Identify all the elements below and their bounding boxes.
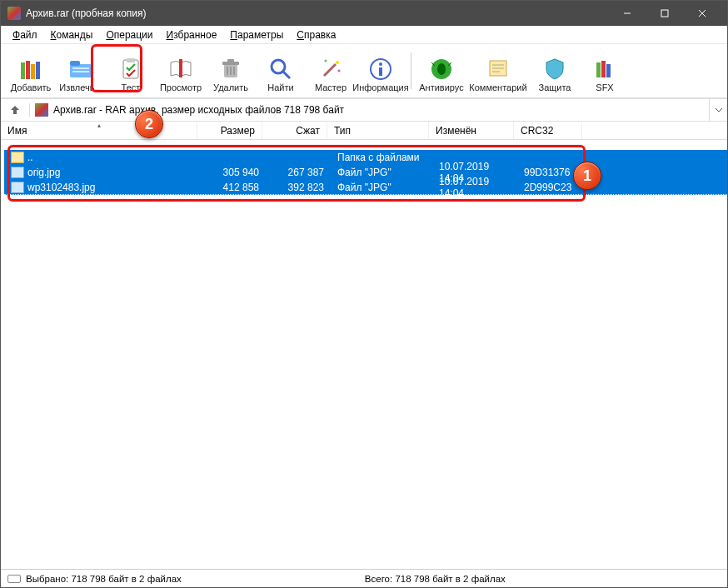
titlebar: Архив.rar (пробная копия) [1, 1, 727, 26]
search-icon [267, 56, 294, 82]
info-icon [367, 56, 394, 82]
test-button[interactable]: Тест [106, 47, 156, 94]
svg-line-23 [324, 64, 336, 76]
svg-point-26 [338, 70, 341, 72]
svg-rect-7 [36, 62, 40, 79]
sfx-books-icon [591, 56, 618, 82]
svg-rect-9 [70, 61, 80, 66]
clipboard-check-icon [117, 56, 144, 82]
col-size[interactable]: Размер [197, 122, 262, 139]
toolbar-separator [411, 52, 411, 89]
view-button[interactable]: Просмотр [156, 47, 206, 94]
svg-rect-11 [72, 71, 89, 72]
col-crc[interactable]: CRC32 [514, 122, 582, 139]
wand-icon [317, 56, 344, 82]
books-icon [17, 56, 44, 82]
app-icon [7, 7, 21, 20]
delete-button[interactable]: Удалить [206, 47, 256, 94]
trash-icon [217, 56, 244, 82]
menu-help[interactable]: Справка [290, 27, 342, 42]
svg-rect-14 [179, 59, 182, 77]
extract-button[interactable]: Извлечь... [56, 47, 106, 94]
menu-options[interactable]: Параметры [223, 27, 290, 42]
svg-point-21 [272, 60, 285, 73]
arrow-up-icon [9, 104, 21, 116]
protect-button[interactable]: Защита [530, 47, 580, 94]
svg-rect-13 [127, 58, 135, 62]
col-name[interactable]: Имя▴ [1, 122, 197, 139]
up-button[interactable] [1, 99, 29, 121]
menu-file[interactable]: Файл [6, 27, 44, 42]
antivirus-button[interactable]: Антивирус [416, 47, 466, 94]
table-row[interactable]: wp3102483.jpg 412 858 392 823 Файл "JPG"… [4, 180, 727, 195]
sfx-button[interactable]: SFX [580, 47, 630, 94]
status-right: Всего: 718 798 байт в 2 файлах [365, 574, 506, 584]
status-icon [7, 575, 21, 583]
svg-rect-17 [227, 59, 234, 62]
find-button[interactable]: Найти [256, 47, 306, 94]
svg-rect-40 [606, 64, 611, 77]
svg-rect-6 [31, 64, 35, 79]
minimize-button[interactable] [608, 1, 646, 26]
info-button[interactable]: Информация [356, 47, 406, 94]
window-title: Архив.rar (пробная копия) [26, 7, 608, 19]
status-left: Выбрано: 718 798 байт в 2 файлах [26, 574, 182, 584]
bug-icon [428, 56, 455, 82]
add-button[interactable]: Добавить [6, 47, 56, 94]
svg-point-28 [379, 62, 382, 66]
maximize-button[interactable] [646, 1, 683, 26]
archive-icon [35, 103, 48, 117]
svg-rect-10 [72, 67, 89, 69]
menu-operations[interactable]: Операции [99, 27, 159, 42]
annotation-badge-2: 2 [135, 110, 163, 138]
svg-rect-4 [21, 62, 25, 79]
table-row[interactable]: .. Папка с файлами [4, 150, 727, 165]
folder-open-icon [67, 56, 94, 82]
image-file-icon [11, 182, 24, 193]
svg-point-25 [325, 60, 327, 62]
image-file-icon [11, 167, 24, 178]
address-dropdown[interactable] [709, 99, 727, 121]
status-bar: Выбрано: 718 798 байт в 2 файлах Всего: … [1, 569, 727, 587]
address-bar[interactable]: Архив.rar - RAR архив, размер исходных ф… [29, 103, 709, 117]
annotation-badge-1: 1 [573, 162, 601, 190]
svg-rect-1 [661, 10, 668, 17]
table-row[interactable]: orig.jpg 305 940 267 387 Файл "JPG" 10.0… [4, 165, 727, 180]
svg-rect-38 [596, 62, 601, 77]
comment-button[interactable]: Комментарий [466, 47, 530, 94]
close-button[interactable] [683, 1, 721, 26]
svg-rect-39 [601, 61, 606, 77]
menu-commands[interactable]: Команды [44, 27, 100, 42]
svg-line-22 [283, 72, 290, 78]
menu-favorites[interactable]: Избранное [160, 27, 224, 42]
note-icon [485, 56, 511, 82]
chevron-down-icon [716, 107, 722, 113]
file-list[interactable]: .. Папка с файлами orig.jpg 305 940 267 … [1, 140, 727, 569]
toolbar: Добавить Извлечь... Тест Просмотр Удалит [1, 44, 727, 98]
menubar: Файл Команды Операции Избранное Параметр… [1, 26, 727, 44]
svg-rect-5 [26, 61, 30, 79]
shield-icon [541, 56, 568, 82]
wizard-button[interactable]: Мастер [306, 47, 356, 94]
sort-indicator-icon: ▴ [97, 122, 101, 129]
col-type[interactable]: Тип [327, 122, 429, 139]
col-modified[interactable]: Изменён [429, 122, 514, 139]
svg-rect-29 [379, 67, 382, 76]
svg-point-24 [336, 61, 339, 64]
address-row: Архив.rar - RAR архив, размер исходных ф… [1, 98, 727, 122]
col-packed[interactable]: Сжат [262, 122, 327, 139]
column-headers: Имя▴ Размер Сжат Тип Изменён CRC32 [1, 122, 727, 140]
book-open-icon [167, 56, 194, 82]
folder-icon [11, 152, 24, 163]
svg-point-31 [437, 63, 446, 75]
address-text: Архив.rar - RAR архив, размер исходных ф… [53, 104, 344, 116]
